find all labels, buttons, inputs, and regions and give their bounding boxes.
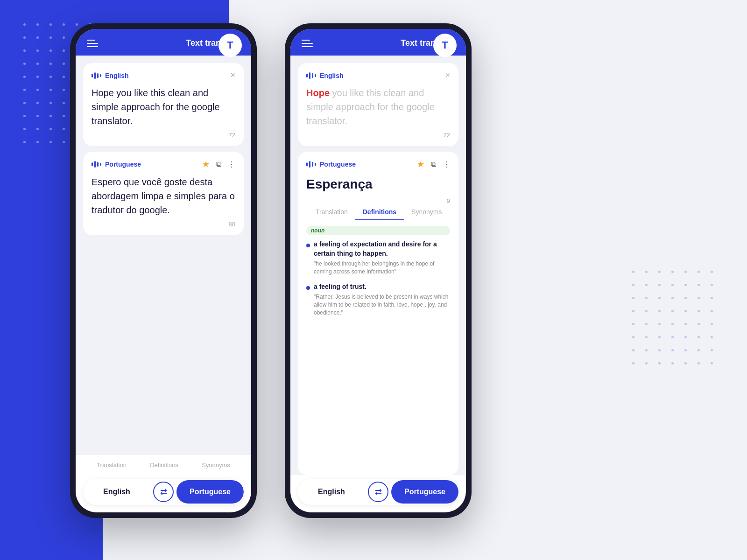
phone2-more-icon[interactable]: ⋮ xyxy=(443,160,450,169)
dot-grid-right: for(let i=0;i<56;i++) document.currentSc… xyxy=(632,271,719,371)
phone-2: Text translate T xyxy=(285,23,472,518)
phone1-result-card: Portuguese ★ ⧉ ⋮ Espero que você goste d… xyxy=(83,152,244,235)
phone2-lang-english[interactable]: English xyxy=(298,480,365,504)
copy-icon[interactable]: ⧉ xyxy=(216,160,221,168)
phone2-lang-portuguese[interactable]: Portuguese xyxy=(391,480,458,504)
definition-item-1: a feeling of expectation and desire for … xyxy=(306,240,450,276)
phone2-result-charcount: 9 xyxy=(306,197,450,204)
phone2-source-card: English × Hope you like this clean and s… xyxy=(298,63,458,146)
phone1-lang-switcher: English ⇄ Portuguese xyxy=(83,479,244,505)
phone1-lang-english[interactable]: English xyxy=(83,480,150,504)
phone1-result-text: Espero que você goste desta abordagem li… xyxy=(92,175,235,217)
phone2-definitions-tabs: Translation Definitions Synonyms xyxy=(306,204,450,220)
phone1-source-charcount: 72 xyxy=(92,132,235,139)
phone1-result-actions: ★ ⧉ ⋮ xyxy=(202,159,235,169)
phone-1: Text translate T xyxy=(70,23,257,518)
phone1-content: English × Hope you like this clean and s… xyxy=(76,56,251,455)
definition-item-2: a feeling of trust. "Rather, Jesus is be… xyxy=(306,282,450,317)
phone2-result-card: Portuguese ★ ⧉ ⋮ Esperança 9 Translation xyxy=(298,152,458,475)
phone1-result-charcount: 80 xyxy=(92,221,235,228)
more-icon[interactable]: ⋮ xyxy=(228,160,235,169)
phone1-source-text: Hope you like this clean and simple appr… xyxy=(92,86,235,128)
phone1-lang-portuguese[interactable]: Portuguese xyxy=(176,480,244,504)
phone2-swap-btn[interactable]: ⇄ xyxy=(368,482,388,502)
phone2-lang-switcher: English ⇄ Portuguese xyxy=(298,479,458,505)
phone1-tab-translation[interactable]: Translation xyxy=(97,462,127,469)
star-icon[interactable]: ★ xyxy=(202,159,210,169)
phone2-source-lang: English xyxy=(306,72,344,79)
phone2-copy-icon[interactable]: ⧉ xyxy=(431,160,436,168)
phone2-tab-translation[interactable]: Translation xyxy=(308,204,355,220)
swap-icon: ⇄ xyxy=(160,487,167,497)
phone1-bottom-tabs: Translation Definitions Synonyms xyxy=(76,455,251,475)
phone2-close-btn[interactable]: × xyxy=(445,70,450,80)
phone2-result-actions: ★ ⧉ ⋮ xyxy=(417,159,450,169)
phone1-tab-definitions[interactable]: Definitions xyxy=(150,462,178,469)
phone2-highlight-word: Hope xyxy=(306,88,330,98)
phone2-translated-word: Esperança xyxy=(306,177,450,192)
phone1-source-lang: English xyxy=(92,72,129,79)
phone2-header: Text translate T xyxy=(290,29,466,56)
phone2-star-icon[interactable]: ★ xyxy=(417,159,424,169)
sound-icon-1 xyxy=(92,72,101,79)
phone2-avatar: T xyxy=(433,34,457,57)
phone2-source-text: Hope you like this clean and simple appr… xyxy=(306,86,450,128)
definition-text-1: a feeling of expectation and desire for … xyxy=(314,240,450,258)
phone2-swap-icon: ⇄ xyxy=(375,487,382,497)
phone1-close-btn[interactable]: × xyxy=(230,70,235,80)
phone2-sound-icon-1 xyxy=(306,72,316,79)
definition-example-1: "he looked through her belongings in the… xyxy=(314,260,450,276)
phone2-sound-icon-2 xyxy=(306,161,316,168)
phone1-tab-synonyms[interactable]: Synonyms xyxy=(202,462,230,469)
phone1-avatar: T xyxy=(218,34,242,57)
phone2-result-lang: Portuguese xyxy=(306,161,356,168)
phone1-source-card: English × Hope you like this clean and s… xyxy=(83,63,244,146)
definition-text-2: a feeling of trust. xyxy=(314,282,450,292)
phone2-source-charcount: 72 xyxy=(306,132,450,139)
sound-icon-2 xyxy=(92,161,101,168)
phone2-content: English × Hope you like this clean and s… xyxy=(290,56,466,475)
phone1-header: Text translate T xyxy=(76,29,251,56)
phone2-noun-badge: noun xyxy=(306,226,450,235)
phones-container: Text translate T xyxy=(70,23,472,518)
phone1-swap-btn[interactable]: ⇄ xyxy=(153,482,174,502)
definition-example-2: "Rather, Jesus is believed to be present… xyxy=(314,293,450,316)
phone2-tab-definitions[interactable]: Definitions xyxy=(355,204,404,220)
phone2-menu-icon[interactable] xyxy=(302,40,313,47)
menu-icon[interactable] xyxy=(87,40,98,47)
phone1-result-lang: Portuguese xyxy=(92,161,141,168)
phone2-tab-synonyms[interactable]: Synonyms xyxy=(404,204,449,220)
